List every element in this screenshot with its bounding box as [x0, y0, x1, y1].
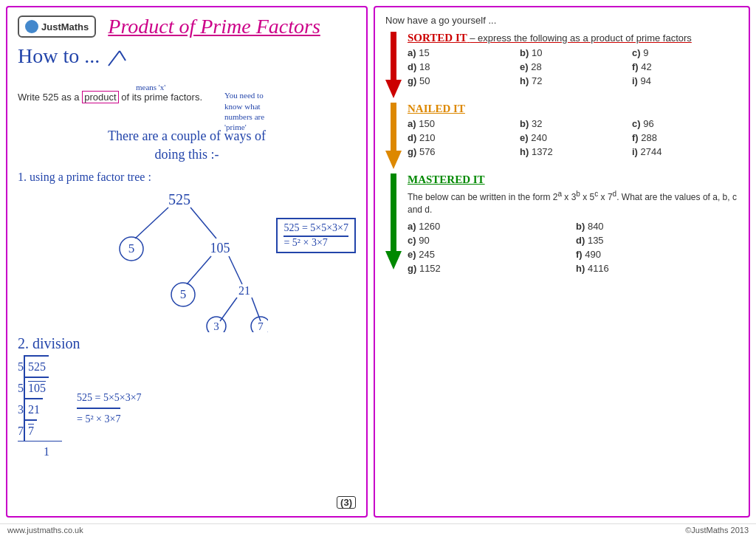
sorted-problem-g: g) 50 — [408, 75, 514, 86]
mastered-problem-a: a) 1260 — [408, 221, 570, 232]
header-row: JustMaths Product of Prime Factors — [18, 15, 356, 38]
nailed-problem-a: a) 150 — [408, 118, 514, 129]
mastered-arrow-icon — [385, 173, 402, 269]
mastered-problem-g: g) 1152 — [408, 263, 570, 274]
nailed-problem-b: b) 32 — [520, 118, 626, 129]
mastered-description: The below can be written in the form 2a … — [408, 189, 738, 216]
sorted-problem-e: e) 28 — [520, 61, 626, 72]
equation-box: 525 = 5×5×3×7 = 5² × 3×7 — [276, 218, 356, 253]
division-equations: 525 = 5×5×3×7 = 5² × 3×7 — [77, 388, 142, 427]
nailed-section: NAILED IT a) 150 b) 32 c) 96 d) 210 e) 2… — [385, 103, 738, 169]
sorted-content: SORTED IT – express the following as a p… — [408, 32, 738, 86]
footnote: (3) — [337, 496, 356, 509]
sorted-problem-a: a) 15 — [408, 47, 514, 58]
svg-line-2 — [190, 207, 216, 238]
mastered-arrow-container — [385, 173, 402, 269]
svg-text:525: 525 — [168, 191, 190, 207]
method2-label: 2. division — [18, 335, 356, 352]
nailed-problem-i: i) 2744 — [632, 146, 738, 157]
svg-text:105: 105 — [210, 241, 230, 255]
page-title: Product of Prime Factors — [108, 15, 320, 38]
sorted-problem-d: d) 18 — [408, 61, 514, 72]
nailed-problem-g: g) 576 — [408, 146, 514, 157]
footer-left: www.justmaths.co.uk — [7, 526, 83, 535]
mastered-problem-e: e) 245 — [408, 249, 570, 260]
nailed-problems-grid: a) 150 b) 32 c) 96 d) 210 e) 240 f) 288 … — [408, 118, 738, 157]
mastered-problem-f: f) 490 — [576, 249, 738, 260]
footer: www.justmaths.co.uk ©JustMaths 2013 — [0, 523, 756, 536]
nailed-content: NAILED IT a) 150 b) 32 c) 96 d) 210 e) 2… — [408, 103, 738, 157]
factor-tree-svg: 525 5 105 5 21 — [106, 188, 268, 332]
nailed-problem-d: d) 210 — [408, 132, 514, 143]
annotation-youneed: You need to know what numbers are 'prime… — [224, 80, 264, 132]
division-work: 5 525 5 105 3 21 7 7 1 — [18, 355, 62, 462]
nailed-arrow-container — [385, 103, 402, 169]
right-panel: Now have a go yourself ... SORTED IT – e… — [374, 6, 750, 518]
svg-line-6 — [187, 256, 211, 284]
footer-right: ©JustMaths 2013 — [685, 526, 749, 535]
left-panel: JustMaths Product of Prime Factors How t… — [6, 6, 368, 518]
mastered-content: MASTERED IT The below can be written in … — [408, 173, 738, 274]
sorted-problem-i: i) 94 — [632, 75, 738, 86]
sorted-problem-h: h) 72 — [520, 75, 626, 86]
svg-marker-20 — [385, 151, 402, 169]
how-to-heading: How to ... — [18, 44, 356, 69]
logo-icon — [25, 20, 38, 33]
go-yourself-text: Now have a go yourself ... — [385, 15, 738, 26]
logo-text: JustMaths — [41, 21, 89, 32]
svg-line-7 — [229, 256, 242, 284]
logo: JustMaths — [18, 16, 96, 38]
svg-text:7: 7 — [258, 320, 264, 332]
svg-marker-22 — [385, 251, 402, 269]
svg-line-1 — [135, 207, 168, 238]
mastered-problem-b: b) 840 — [576, 221, 738, 232]
nailed-problem-c: c) 96 — [632, 118, 738, 129]
nailed-problem-f: f) 288 — [632, 132, 738, 143]
svg-text:3: 3 — [213, 320, 219, 332]
couple-of-ways: There are a couple of ways of doing this… — [18, 109, 356, 165]
svg-text:21: 21 — [238, 284, 250, 297]
sorted-arrow-container — [385, 32, 402, 98]
mastered-header: MASTERED IT — [408, 173, 738, 186]
nailed-header: NAILED IT — [408, 103, 738, 115]
sorted-section: SORTED IT – express the following as a p… — [385, 32, 738, 98]
svg-marker-18 — [385, 80, 402, 98]
svg-text:5: 5 — [128, 241, 135, 255]
svg-rect-19 — [391, 103, 396, 151]
nailed-problem-e: e) 240 — [520, 132, 626, 143]
sorted-problem-f: f) 42 — [632, 61, 738, 72]
mastered-problems-grid: a) 1260 b) 840 c) 90 d) 135 e) 245 f) 49… — [408, 221, 738, 274]
nailed-problem-h: h) 1372 — [520, 146, 626, 157]
svg-line-11 — [220, 298, 237, 321]
svg-rect-17 — [391, 32, 396, 80]
svg-text:5: 5 — [180, 287, 187, 301]
sorted-problems-grid: a) 15 b) 10 c) 9 d) 18 e) 28 f) 42 g) 50… — [408, 47, 738, 86]
mastered-problem-d: d) 135 — [576, 235, 738, 246]
sorted-header: SORTED IT – express the following as a p… — [408, 32, 738, 44]
mastered-problem-c: c) 90 — [408, 235, 570, 246]
mastered-problem-h: h) 4116 — [576, 263, 738, 274]
method1-label: 1. using a prime factor tree : — [18, 171, 356, 184]
svg-rect-21 — [391, 173, 396, 251]
sorted-arrow-icon — [385, 32, 402, 98]
mastered-section: MASTERED IT The below can be written in … — [385, 173, 738, 274]
annotation-means: means 'x' — [136, 83, 165, 92]
sorted-problem-b: b) 10 — [520, 47, 626, 58]
sorted-problem-c: c) 9 — [632, 47, 738, 58]
division-layout: 5 525 5 105 3 21 7 7 1 525 = 5×5×3×7 — [18, 355, 356, 462]
write-example: Write 525 as a product of its prime fact… — [18, 92, 356, 103]
nailed-arrow-icon — [385, 103, 402, 169]
